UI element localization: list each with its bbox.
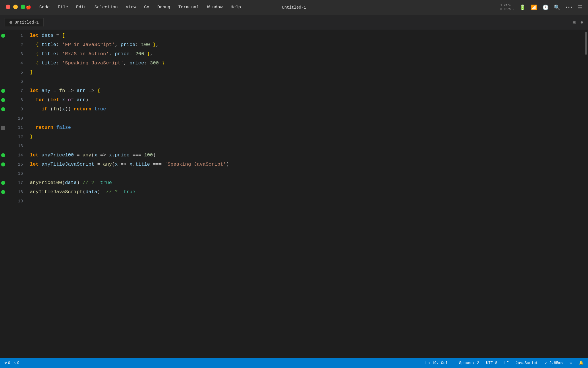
battery-icon: 🔋 [519,4,526,11]
window-title: Untitled-1 [282,5,306,10]
bp-7[interactable] [0,86,6,95]
bp-9[interactable] [0,105,6,114]
code-line-5: ] [30,68,584,77]
bp-11[interactable] [0,123,6,132]
ln-11: 11 [9,123,23,132]
ln-4: 4 [9,59,23,68]
language-mode[interactable]: JavaScript [516,361,538,365]
ln-5: 5 [9,68,23,77]
menu-terminal[interactable]: Terminal [178,5,199,10]
ln-9: 9 [9,105,23,114]
ln-6: 6 [9,77,23,86]
ln-10: 10 [9,114,23,123]
ln-18: 18 [9,187,23,197]
menu-selection[interactable]: Selection [94,5,118,10]
code-line-19 [30,197,584,206]
bp-15[interactable] [0,160,6,169]
line-numbers: 1 2 3 4 5 6 7 8 9 10 11 12 13 14 15 16 1… [9,30,28,358]
titlebar: 🍎 Code File Edit Selection View Go Debug… [0,0,588,15]
bp-16[interactable] [0,169,6,178]
bp-8[interactable] [0,95,6,105]
bp-5[interactable] [0,68,6,77]
code-line-7: let any = fn => arr => { [30,86,584,95]
list-icon[interactable]: ☰ [578,4,582,11]
network-status: 1 KB/s ↑ 0 KB/s ↓ [500,4,514,11]
ln-7: 7 [9,86,23,95]
code-line-6 [30,77,584,86]
bp-13[interactable] [0,141,6,151]
ln-14: 14 [9,151,23,160]
scrollbar-thumb[interactable] [585,32,587,55]
close-button[interactable] [6,5,10,9]
menu-debug[interactable]: Debug [157,5,170,10]
bp-1[interactable] [0,31,6,40]
maximize-button[interactable] [21,5,25,9]
ln-2: 2 [9,40,23,49]
bp-17[interactable] [0,178,6,187]
code-line-16 [30,169,584,178]
bp-3[interactable] [0,49,6,59]
circle-icon[interactable]: ● [580,20,583,25]
cursor-position[interactable]: Ln 19, Col 1 [425,361,452,365]
code-line-14: let anyPrice100 = any(x => x.price === 1… [30,151,584,160]
menu-file[interactable]: File [58,5,68,10]
statusbar-right: Ln 19, Col 1 Spaces: 2 UTF-8 LF JavaScri… [425,361,583,365]
code-line-17: anyPrice100(data) // ? true [30,178,584,187]
menu-window[interactable]: Window [207,5,223,10]
ln-19: 19 [9,197,23,206]
error-count[interactable]: ⊗ 0 ⚠ 0 [5,361,19,365]
menu-view[interactable]: View [126,5,136,10]
code-line-2: { title: 'FP in JavaScript', price: 100 … [30,40,584,49]
error-number: 0 [8,361,10,365]
code-line-10 [30,114,584,123]
spotlight-icon[interactable]: 🔍 [554,4,560,11]
bp-12[interactable] [0,132,6,141]
traffic-lights [6,5,25,9]
indentation[interactable]: Spaces: 2 [459,361,479,365]
network-down: 0 KB/s ↓ [500,7,514,11]
encoding[interactable]: UTF-8 [486,361,497,365]
ln-12: 12 [9,132,23,141]
menu-go[interactable]: Go [144,5,149,10]
network-up: 1 KB/s ↑ [500,4,514,7]
code-line-13 [30,141,584,151]
tabbar: Untitled-1 ⊞ ● [0,15,588,30]
more-icon[interactable]: ••• [565,5,572,10]
minimize-button[interactable] [13,5,18,9]
bell-icon[interactable]: 🔔 [579,361,583,365]
bp-19[interactable] [0,197,6,206]
code-line-12: } [30,132,584,141]
tab-dot [9,21,12,24]
tab-untitled[interactable]: Untitled-1 [5,18,44,26]
code-line-3: { title: 'RxJS in Action', price: 200 }, [30,49,584,59]
smiley-icon[interactable]: ☺ [570,361,572,365]
bp-6[interactable] [0,77,6,86]
statusbar: ⊗ 0 ⚠ 0 Ln 19, Col 1 Spaces: 2 UTF-8 LF … [0,358,588,368]
code-line-15: let anyTitleJavaScript = any(x => x.titl… [30,160,584,169]
clock-icon: 🕐 [542,4,549,11]
code-line-18: anyTitleJavaScript(data) // ? true [30,187,584,197]
error-icon: ⊗ [5,361,7,365]
code-line-11: return false [30,123,584,132]
bp-10[interactable] [0,114,6,123]
vertical-scrollbar[interactable] [584,30,588,358]
ln-1: 1 [9,31,23,40]
split-editor-icon[interactable]: ⊞ [572,19,576,26]
code-editor[interactable]: let data = [ { title: 'FP in JavaScript'… [28,30,584,358]
ln-16: 16 [9,169,23,178]
code-line-1: let data = [ [30,31,584,40]
eol[interactable]: LF [504,361,509,365]
code-line-4: { title: 'Speaking JavaScript', price: 3… [30,59,584,68]
bp-2[interactable] [0,40,6,49]
bp-4[interactable] [0,59,6,68]
menu-apple[interactable]: 🍎 [26,5,31,10]
timing: ✓ 2.85ms [545,361,563,365]
wifi-icon: 📶 [531,4,537,11]
menu-edit[interactable]: Edit [76,5,86,10]
warning-number: 0 [17,361,19,365]
bp-14[interactable] [0,151,6,160]
menu-code[interactable]: Code [39,5,50,10]
bp-18[interactable] [0,187,6,197]
breakpoint-gutter [0,30,9,358]
menu-help[interactable]: Help [231,5,241,10]
